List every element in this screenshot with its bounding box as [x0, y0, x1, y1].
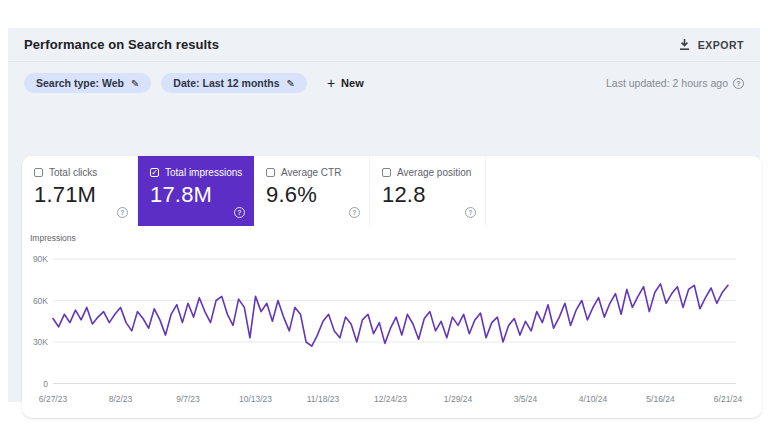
x-tick-label: 9/7/23	[176, 394, 200, 404]
metric-card-average-position[interactable]: Average position 12.8 ?	[370, 156, 486, 226]
page-header: Performance on Search results EXPORT	[8, 28, 760, 62]
checkbox-total-impressions[interactable]: ✓	[150, 168, 159, 177]
y-axis-title: Impressions	[30, 233, 76, 243]
filter-chip-date-range[interactable]: Date: Last 12 months ✎	[161, 73, 307, 93]
x-tick-label: 4/10/24	[579, 394, 608, 404]
x-tick-label: 6/21/24	[714, 394, 743, 404]
impressions-chart[interactable]: Impressions90K60K30K06/27/238/2/239/7/23…	[22, 226, 762, 418]
y-tick-label: 30K	[33, 337, 48, 347]
metric-strip: Total clicks 1.71M ? ✓ Total impressions…	[22, 156, 762, 226]
x-tick-label: 5/16/24	[646, 394, 675, 404]
help-icon[interactable]: ?	[234, 207, 245, 218]
performance-card: Total clicks 1.71M ? ✓ Total impressions…	[22, 156, 762, 418]
performance-panel: Performance on Search results EXPORT Sea…	[8, 28, 760, 402]
y-tick-label: 0	[43, 379, 48, 389]
pencil-icon: ✎	[131, 78, 139, 89]
checkbox-total-clicks[interactable]	[34, 168, 43, 177]
checkbox-average-position[interactable]	[382, 168, 391, 177]
download-icon	[678, 38, 691, 51]
x-tick-label: 1/29/24	[444, 394, 473, 404]
x-tick-label: 3/5/24	[514, 394, 538, 404]
metric-value: 12.8	[382, 182, 473, 208]
filter-bar: Search type: Web ✎ Date: Last 12 months …	[8, 62, 760, 93]
metric-card-total-impressions[interactable]: ✓ Total impressions 17.8M ?	[138, 156, 254, 226]
metric-label: Average position	[397, 167, 471, 178]
help-icon[interactable]: ?	[465, 207, 476, 218]
new-filter-button[interactable]: + New	[327, 76, 364, 90]
checkbox-average-ctr[interactable]	[266, 168, 275, 177]
help-icon[interactable]: ?	[349, 207, 360, 218]
last-updated-text: Last updated: 2 hours ago	[606, 77, 728, 89]
help-icon[interactable]: ?	[733, 78, 744, 89]
filter-chip-label: Date: Last 12 months	[173, 77, 279, 89]
y-tick-label: 90K	[33, 254, 48, 264]
impressions-chart-svg: Impressions90K60K30K06/27/238/2/239/7/23…	[22, 226, 762, 418]
x-tick-label: 11/18/23	[307, 394, 340, 404]
metric-value: 1.71M	[34, 182, 125, 208]
export-button[interactable]: EXPORT	[678, 38, 744, 51]
new-filter-label: New	[341, 77, 364, 89]
x-tick-label: 8/2/23	[109, 394, 133, 404]
y-tick-label: 60K	[33, 296, 48, 306]
metric-label: Average CTR	[281, 167, 341, 178]
metric-label: Total impressions	[165, 167, 242, 178]
metric-label: Total clicks	[49, 167, 97, 178]
x-tick-label: 6/27/23	[39, 394, 68, 404]
metric-value: 9.6%	[266, 182, 357, 208]
metric-card-total-clicks[interactable]: Total clicks 1.71M ?	[22, 156, 138, 226]
plus-icon: +	[327, 76, 335, 90]
x-tick-label: 10/13/23	[239, 394, 272, 404]
filter-chip-label: Search type: Web	[36, 77, 124, 89]
filter-chip-search-type[interactable]: Search type: Web ✎	[24, 73, 151, 93]
last-updated-status: Last updated: 2 hours ago ?	[606, 77, 744, 89]
help-icon[interactable]: ?	[117, 207, 128, 218]
page-title: Performance on Search results	[24, 37, 219, 52]
export-label: EXPORT	[698, 39, 744, 51]
metric-value: 17.8M	[150, 182, 242, 208]
x-tick-label: 12/24/23	[374, 394, 407, 404]
metric-card-average-ctr[interactable]: Average CTR 9.6% ?	[254, 156, 370, 226]
impressions-line	[53, 284, 728, 346]
pencil-icon: ✎	[287, 78, 295, 89]
